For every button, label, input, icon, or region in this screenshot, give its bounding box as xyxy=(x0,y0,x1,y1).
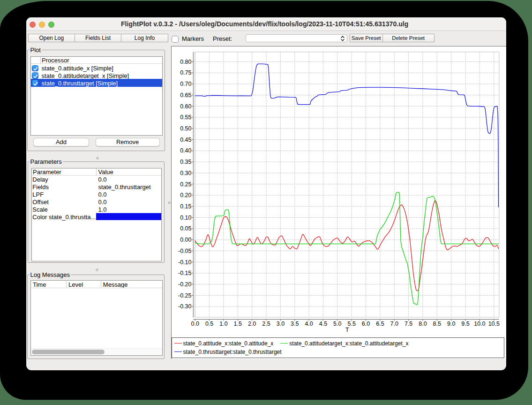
svg-text:3.0: 3.0 xyxy=(277,321,285,327)
svg-text:-0.05: -0.05 xyxy=(178,248,192,254)
svg-text:T: T xyxy=(345,326,349,333)
svg-text:-0.15: -0.15 xyxy=(178,270,192,276)
svg-text:0.00: 0.00 xyxy=(180,237,191,243)
svg-text:0.60: 0.60 xyxy=(180,103,191,110)
svg-text:0.50: 0.50 xyxy=(180,125,191,132)
svg-text:10.5: 10.5 xyxy=(488,321,500,327)
svg-text:0.30: 0.30 xyxy=(180,170,191,176)
svg-text:0.20: 0.20 xyxy=(180,192,191,199)
svg-text:-0.10: -0.10 xyxy=(178,259,192,266)
svg-text:0.40: 0.40 xyxy=(180,147,191,154)
svg-text:0.70: 0.70 xyxy=(180,81,191,87)
svg-text:3.5: 3.5 xyxy=(291,321,299,327)
svg-text:6.5: 6.5 xyxy=(376,321,384,327)
svg-text:9.0: 9.0 xyxy=(447,321,455,327)
svg-text:1.5: 1.5 xyxy=(234,321,242,327)
svg-text:0.05: 0.05 xyxy=(180,225,191,232)
svg-text:2.0: 2.0 xyxy=(248,321,256,327)
svg-text:-0.25: -0.25 xyxy=(178,292,192,299)
svg-text:8.0: 8.0 xyxy=(419,321,427,327)
svg-text:-0.30: -0.30 xyxy=(178,303,192,310)
svg-text:0.65: 0.65 xyxy=(180,92,191,99)
svg-text:4.5: 4.5 xyxy=(319,321,327,327)
svg-text:0.35: 0.35 xyxy=(180,159,191,165)
svg-text:2.5: 2.5 xyxy=(262,321,270,327)
svg-text:0.75: 0.75 xyxy=(180,69,191,76)
svg-text:0.15: 0.15 xyxy=(180,203,191,210)
svg-text:0.5: 0.5 xyxy=(205,321,213,327)
svg-text:0.10: 0.10 xyxy=(180,214,191,221)
svg-text:1.0: 1.0 xyxy=(219,321,227,327)
svg-text:10.0: 10.0 xyxy=(474,321,485,327)
svg-text:5.0: 5.0 xyxy=(333,321,341,327)
svg-text:6.0: 6.0 xyxy=(362,321,370,327)
svg-text:7.5: 7.5 xyxy=(405,321,412,327)
svg-text:0.55: 0.55 xyxy=(180,114,191,121)
svg-text:4.0: 4.0 xyxy=(305,321,313,327)
svg-text:9.5: 9.5 xyxy=(461,321,469,327)
svg-text:0.80: 0.80 xyxy=(180,59,191,65)
svg-text:8.5: 8.5 xyxy=(433,321,441,327)
svg-text:0.25: 0.25 xyxy=(180,181,191,188)
svg-text:0.45: 0.45 xyxy=(180,137,191,143)
svg-text:0.0: 0.0 xyxy=(191,321,199,327)
svg-text:7.0: 7.0 xyxy=(390,321,398,327)
svg-text:-0.20: -0.20 xyxy=(178,281,192,288)
